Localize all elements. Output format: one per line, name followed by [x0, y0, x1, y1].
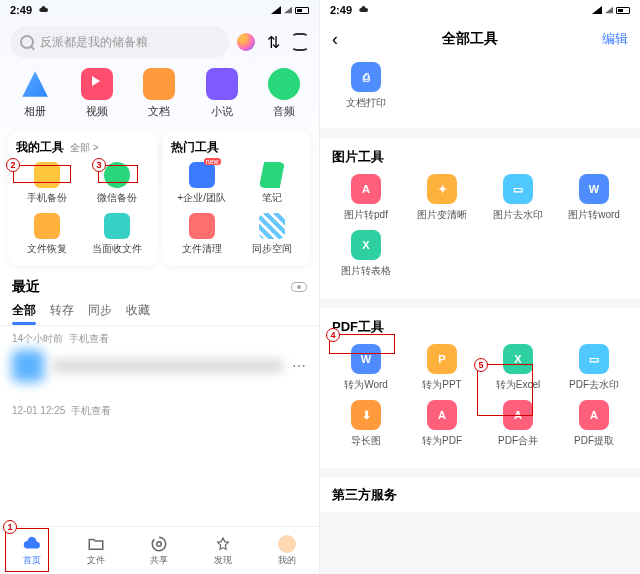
tool-PDF提取[interactable]: APDF提取	[556, 400, 632, 448]
tab-sync[interactable]: 同步	[88, 302, 112, 319]
nav-files[interactable]: 文件	[87, 535, 105, 567]
tool-转为Excel[interactable]: X转为Excel	[480, 344, 556, 392]
tool-icon: ▭	[579, 344, 609, 374]
nav-home[interactable]: 首页	[23, 535, 41, 567]
tool-file-clean[interactable]: 文件清理	[169, 213, 235, 256]
tool-icon: A	[579, 400, 609, 430]
my-tools-card: 我的工具 全部 > 手机备份 微信备份 文件恢复 当面收文件	[8, 131, 157, 266]
signal-icon	[592, 6, 602, 14]
visibility-icon[interactable]	[291, 282, 307, 292]
doc-icon	[143, 68, 175, 100]
tool-图片去水印[interactable]: ▭图片去水印	[480, 174, 556, 222]
recent-header: 最近	[0, 272, 319, 298]
tool-notes[interactable]: 笔记	[239, 162, 305, 205]
tool-file-restore[interactable]: 文件恢复	[14, 213, 80, 256]
nav-mine[interactable]: 我的	[278, 535, 296, 567]
my-tools-more[interactable]: 全部 >	[70, 141, 99, 155]
status-bar: 2:49	[0, 0, 319, 20]
audio-icon	[268, 68, 300, 100]
image-tools-section: 图片工具 A图片转pdf✦图片变清晰▭图片去水印W图片转wordX图片转表格	[320, 138, 640, 298]
category-row: 相册 视频 文档 小说 音频	[0, 64, 319, 121]
category-doc[interactable]: 文档	[131, 68, 187, 119]
novel-icon	[206, 68, 238, 100]
category-audio[interactable]: 音频	[256, 68, 312, 119]
phone-backup-icon	[34, 162, 60, 188]
file-clean-icon	[189, 213, 215, 239]
tool-PDF合并[interactable]: APDF合并	[480, 400, 556, 448]
top-section: ⎙ 文档打印	[320, 58, 640, 128]
avatar-icon	[278, 535, 296, 553]
tool-转为Word[interactable]: W转为Word	[328, 344, 404, 392]
annotation-4: 4	[326, 328, 340, 342]
tool-enterprise[interactable]: new+企业/团队	[169, 162, 235, 205]
magic-icon[interactable]	[237, 33, 255, 51]
tool-icon: A	[503, 400, 533, 430]
pdf-tools-section: PDF工具 W转为WordP转为PPTX转为Excel▭PDF去水印⬇导长图A转…	[320, 308, 640, 468]
edit-button[interactable]: 编辑	[602, 30, 628, 48]
nav-discover[interactable]: 发现	[214, 535, 232, 567]
transfer-icon[interactable]: ⇅	[263, 32, 283, 52]
category-album[interactable]: 相册	[7, 68, 63, 119]
tool-phone-backup[interactable]: 手机备份	[14, 162, 80, 205]
search-placeholder: 反派都是我的储备粮	[40, 34, 148, 51]
cloud-status-icon	[38, 4, 50, 16]
tool-icon: ▭	[503, 174, 533, 204]
category-novel[interactable]: 小说	[194, 68, 250, 119]
album-icon	[19, 68, 51, 100]
tool-icon: A	[427, 400, 457, 430]
tab-transfer[interactable]: 转存	[50, 302, 74, 319]
tool-转为PPT[interactable]: P转为PPT	[404, 344, 480, 392]
thumbnail-icon	[12, 350, 44, 382]
third-party-title: 第三方服务	[320, 478, 640, 512]
tool-icon: A	[351, 174, 381, 204]
hot-tools-card: 热门工具 new+企业/团队 笔记 文件清理 同步空间	[163, 131, 312, 266]
tool-sync-space[interactable]: 同步空间	[239, 213, 305, 256]
tab-all[interactable]: 全部	[12, 302, 36, 319]
category-video[interactable]: 视频	[69, 68, 125, 119]
status-time: 2:49	[330, 4, 352, 16]
tool-图片变清晰[interactable]: ✦图片变清晰	[404, 174, 480, 222]
tool-icon: X	[351, 230, 381, 260]
search-icon	[20, 35, 34, 49]
enterprise-icon: new	[189, 162, 215, 188]
tool-icon: W	[351, 344, 381, 374]
more-icon[interactable]: ⋯	[292, 358, 307, 374]
tool-导长图[interactable]: ⬇导长图	[328, 400, 404, 448]
tool-icon: P	[427, 344, 457, 374]
recent-item[interactable]: 14个小时前 手机查看 ⋯	[0, 326, 319, 388]
tab-favorite[interactable]: 收藏	[126, 302, 150, 319]
tool-PDF去水印[interactable]: ▭PDF去水印	[556, 344, 632, 392]
share-icon	[150, 535, 168, 553]
tool-图片转word[interactable]: W图片转word	[556, 174, 632, 222]
status-time: 2:49	[10, 4, 32, 16]
annotation-3: 3	[92, 158, 106, 172]
tool-doc-print[interactable]: ⎙ 文档打印	[328, 62, 404, 110]
tool-icon: W	[579, 174, 609, 204]
right-screen: 2:49 ‹ 全部工具 编辑 ⎙ 文档打印 图片工具 A图片转pdf✦图片变清晰…	[320, 0, 640, 574]
sync-space-icon	[259, 213, 285, 239]
search-input[interactable]: 反派都是我的储备粮	[10, 26, 229, 58]
video-icon	[81, 68, 113, 100]
battery-icon	[295, 7, 309, 14]
search-row: 反派都是我的储备粮 ⇅	[0, 20, 319, 64]
print-icon: ⎙	[351, 62, 381, 92]
nav-share[interactable]: 共享	[150, 535, 168, 567]
tool-图片转表格[interactable]: X图片转表格	[328, 230, 404, 278]
face-receive-icon	[104, 213, 130, 239]
tool-cards: 我的工具 全部 > 手机备份 微信备份 文件恢复 当面收文件 热门工具 new+…	[0, 121, 319, 272]
scan-icon[interactable]	[291, 33, 309, 51]
page-header: ‹ 全部工具 编辑	[320, 20, 640, 58]
notes-icon	[259, 162, 285, 188]
page-title: 全部工具	[442, 30, 498, 48]
tool-转为PDF[interactable]: A转为PDF	[404, 400, 480, 448]
tool-face-receive[interactable]: 当面收文件	[84, 213, 150, 256]
bottom-nav: 首页 文件 共享 发现 我的	[0, 526, 319, 574]
recent-tabs: 全部 转存 同步 收藏	[0, 298, 319, 326]
back-button[interactable]: ‹	[332, 29, 338, 50]
recent-item[interactable]: 12-01 12:25 手机查看	[0, 398, 319, 424]
annotation-5: 5	[474, 358, 488, 372]
tool-图片转pdf[interactable]: A图片转pdf	[328, 174, 404, 222]
file-restore-icon	[34, 213, 60, 239]
cloud-icon	[23, 535, 41, 553]
tool-icon: X	[503, 344, 533, 374]
